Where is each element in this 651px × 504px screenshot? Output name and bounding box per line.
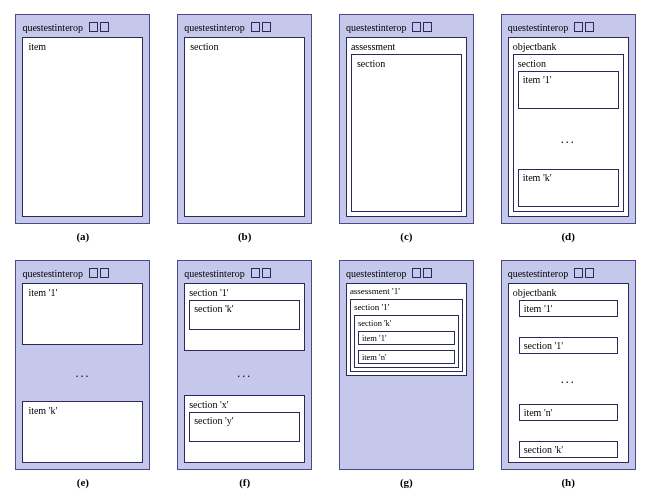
box-label: item '1' xyxy=(362,333,387,343)
box-label: item xyxy=(28,41,46,52)
square-icon xyxy=(100,22,109,32)
cell-g: questestinterop assessment '1' section '… xyxy=(338,260,476,488)
panel-body: assessment section xyxy=(346,37,467,217)
panel-header: questestinterop xyxy=(22,19,143,35)
ellipsis-icon: ... xyxy=(75,368,90,378)
window-controls-icon xyxy=(574,22,594,32)
panel-body: objectbank item '1' section '1' ... item… xyxy=(508,283,629,463)
square-icon xyxy=(251,268,260,278)
box-label: assessment '1' xyxy=(350,286,463,296)
box-label: section 'y' xyxy=(194,415,233,426)
box-label: item 'n' xyxy=(524,407,553,418)
box-section-k: section 'k' xyxy=(189,300,300,330)
box-section: section xyxy=(351,54,462,212)
box-label: section xyxy=(518,58,619,69)
box-label: item '1' xyxy=(523,74,552,85)
box-label: section 'k' xyxy=(524,444,563,455)
panel-title: questestinterop xyxy=(184,268,245,279)
cell-a: questestinterop item (a) xyxy=(14,14,152,242)
ellipsis-icon: ... xyxy=(237,368,252,378)
box-section-y: section 'y' xyxy=(189,412,300,442)
panel-body: item xyxy=(22,37,143,217)
panel-c: questestinterop assessment section xyxy=(339,14,474,224)
square-icon xyxy=(574,268,583,278)
panel-body: assessment '1' section '1' section 'k' i… xyxy=(346,283,467,463)
window-controls-icon xyxy=(412,22,432,32)
cell-f: questestinterop section '1' section 'k' … xyxy=(176,260,314,488)
panel-f: questestinterop section '1' section 'k' … xyxy=(177,260,312,470)
panel-header: questestinterop xyxy=(346,19,467,35)
ellipsis-icon: ... xyxy=(518,134,619,144)
box-section-1: section '1' xyxy=(519,337,618,354)
panel-e: questestinterop item '1' ... item 'k' xyxy=(15,260,150,470)
panel-header: questestinterop xyxy=(346,265,467,281)
box-item-first: item '1' xyxy=(518,71,619,109)
box-section-1: section '1' section 'k' xyxy=(184,283,305,351)
box-label: section 'k' xyxy=(194,303,233,314)
panel-header: questestinterop xyxy=(508,19,629,35)
box-label: objectbank xyxy=(513,41,624,52)
panel-title: questestinterop xyxy=(22,22,83,33)
box-item-1: item '1' xyxy=(519,300,618,317)
box-item-n: item 'n' xyxy=(519,404,618,421)
diagram-grid: questestinterop item (a) questestinterop xyxy=(14,14,637,488)
box-assessment-1: assessment '1' section '1' section 'k' i… xyxy=(346,283,467,376)
panel-body: item '1' ... item 'k' xyxy=(22,283,143,463)
box-label: item 'n' xyxy=(362,352,387,362)
window-controls-icon xyxy=(251,22,271,32)
panel-title: questestinterop xyxy=(346,268,407,279)
caption-d: (d) xyxy=(561,230,574,242)
square-icon xyxy=(585,268,594,278)
caption-c: (c) xyxy=(400,230,412,242)
box-label: item '1' xyxy=(524,303,553,314)
panel-body: objectbank section item '1' ... item 'k' xyxy=(508,37,629,217)
box-objectbank: objectbank item '1' section '1' ... item… xyxy=(508,283,629,463)
box-label: objectbank xyxy=(513,287,624,298)
window-controls-icon xyxy=(251,268,271,278)
box-item-last: item 'k' xyxy=(22,401,143,463)
square-icon xyxy=(89,268,98,278)
box-label: section xyxy=(357,58,385,69)
cell-e: questestinterop item '1' ... item 'k' (e… xyxy=(14,260,152,488)
square-icon xyxy=(585,22,594,32)
ellipsis-icon: ... xyxy=(519,374,618,384)
box-label: section xyxy=(190,41,218,52)
box-label: item '1' xyxy=(28,287,57,298)
box-item-last: item 'k' xyxy=(518,169,619,207)
window-controls-icon xyxy=(89,268,109,278)
box-label: assessment xyxy=(351,41,462,52)
caption-g: (g) xyxy=(400,476,413,488)
box-label: section 'x' xyxy=(189,399,300,410)
box-section-k: section 'k' xyxy=(519,441,618,458)
caption-e: (e) xyxy=(77,476,89,488)
panel-title: questestinterop xyxy=(508,268,569,279)
box-section: section xyxy=(184,37,305,217)
window-controls-icon xyxy=(574,268,594,278)
caption-b: (b) xyxy=(238,230,251,242)
square-icon xyxy=(423,22,432,32)
panel-body: section xyxy=(184,37,305,217)
panel-a: questestinterop item xyxy=(15,14,150,224)
cell-d: questestinterop objectbank section item xyxy=(499,14,637,242)
window-controls-icon xyxy=(89,22,109,32)
cell-c: questestinterop assessment section (c) xyxy=(338,14,476,242)
panel-title: questestinterop xyxy=(346,22,407,33)
square-icon xyxy=(262,22,271,32)
box-label: section '1' xyxy=(189,287,300,298)
box-item: item xyxy=(22,37,143,217)
panel-body: section '1' section 'k' ... section 'x' … xyxy=(184,283,305,463)
box-label: section '1' xyxy=(354,302,459,312)
cell-h: questestinterop objectbank item '1' sect… xyxy=(499,260,637,488)
box-section: section item '1' ... item 'k' xyxy=(513,54,624,212)
caption-h: (h) xyxy=(561,476,574,488)
panel-header: questestinterop xyxy=(184,19,305,35)
box-objectbank: objectbank section item '1' ... item 'k' xyxy=(508,37,629,217)
panel-b: questestinterop section xyxy=(177,14,312,224)
panel-d: questestinterop objectbank section item xyxy=(501,14,636,224)
panel-title: questestinterop xyxy=(184,22,245,33)
caption-f: (f) xyxy=(239,476,250,488)
square-icon xyxy=(574,22,583,32)
panel-header: questestinterop xyxy=(508,265,629,281)
panel-title: questestinterop xyxy=(22,268,83,279)
box-section-x: section 'x' section 'y' xyxy=(184,395,305,463)
